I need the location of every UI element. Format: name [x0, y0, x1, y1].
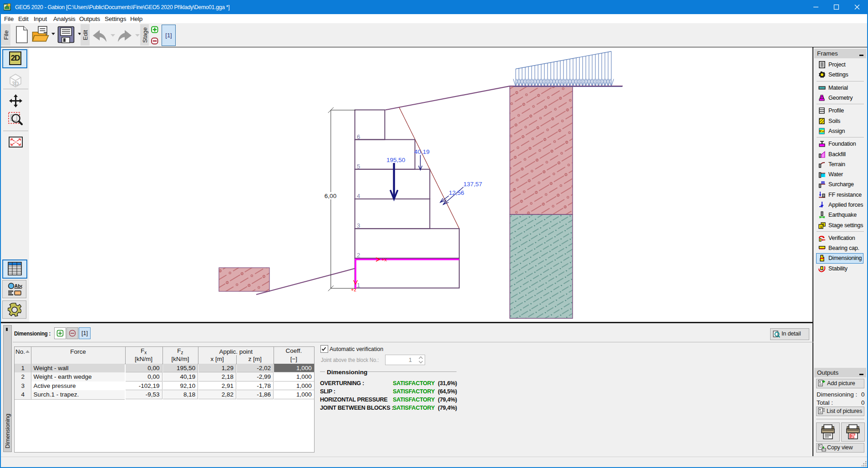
svg-text:195,50: 195,50	[386, 157, 405, 163]
svg-text:5: 5	[357, 163, 360, 170]
svg-text:137,57: 137,57	[463, 181, 482, 188]
svg-text:2: 2	[357, 252, 360, 259]
svg-text:+x: +x	[381, 257, 387, 262]
svg-text:3D: 3D	[12, 81, 19, 87]
svg-text:4: 4	[357, 193, 360, 199]
svg-text:1: 1	[357, 282, 360, 289]
svg-text:40,19: 40,19	[414, 148, 430, 155]
svg-text:3: 3	[357, 222, 360, 229]
svg-text:+z: +z	[351, 287, 356, 292]
svg-text:Abc: Abc	[15, 283, 23, 289]
svg-text:12,56: 12,56	[449, 189, 464, 196]
svg-text:6,00: 6,00	[325, 193, 336, 199]
svg-text:6: 6	[357, 133, 360, 140]
